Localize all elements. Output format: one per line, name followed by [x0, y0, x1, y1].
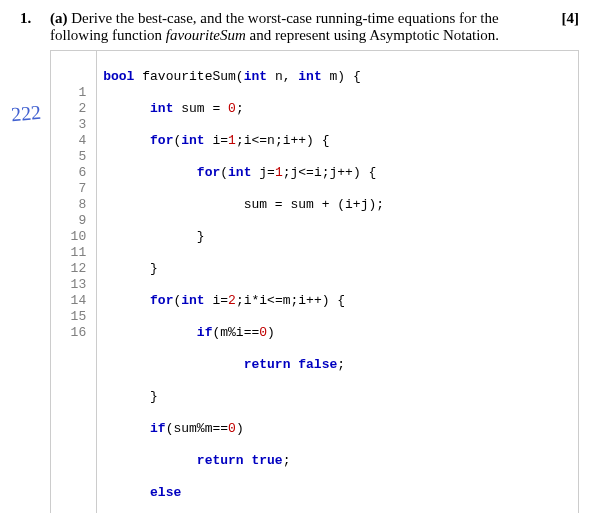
part-a-marks: [4] — [552, 10, 580, 27]
handwritten-annotation: 222 — [10, 104, 41, 123]
question-header: 1. (a) Derive the best-case, and the wor… — [20, 10, 579, 44]
code-block-a: 222 12345678910111213141516 bool favouri… — [50, 50, 579, 513]
part-a-label: (a) — [50, 10, 68, 26]
question-body: (a) Derive the best-case, and the worst-… — [50, 10, 579, 44]
question-number: 1. — [20, 10, 50, 27]
part-a-after: and represent using Asymptotic Notation. — [246, 27, 499, 43]
part-a-text: (a) Derive the best-case, and the worst-… — [50, 10, 552, 44]
part-a-fn: favouriteSum — [166, 27, 246, 43]
code-a: bool favouriteSum(int n, int m) { int su… — [97, 51, 578, 513]
gutter-a: 12345678910111213141516 — [51, 51, 97, 513]
